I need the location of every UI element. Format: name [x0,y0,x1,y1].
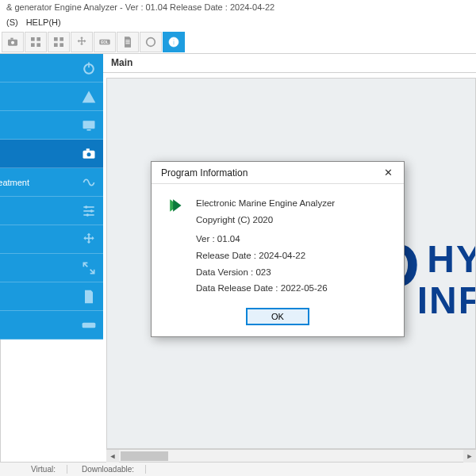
sidebar-item-1[interactable] [0,83,103,111]
dialog-title: Program Information [161,167,248,178]
toolbar-grid2-button[interactable] [48,32,70,52]
svg-rect-26 [86,148,90,151]
sidebar-item-8[interactable]: g [0,282,103,311]
toolbar-eol-button[interactable]: EOL [94,32,116,52]
svg-rect-9 [54,43,58,47]
svg-point-30 [85,205,87,208]
brand-line2: INF [417,278,476,322]
sidebar-item-9[interactable] [0,311,103,340]
echo-icon [81,175,97,190]
expand-icon [81,260,97,276]
svg-rect-5 [31,43,35,47]
svg-rect-14 [125,41,129,42]
sidebar-item-4[interactable]: &Aftertreatment [0,168,103,197]
status-downloadable: Downloadable: [82,465,146,474]
sliders-icon [81,203,97,219]
svg-rect-7 [54,37,58,41]
status-bar: Virtual: Downloadable: [0,462,476,476]
toolbar-circle-button[interactable] [140,32,162,52]
toolbar-grid1-button[interactable] [25,32,47,52]
scroll-thumb[interactable] [121,451,168,461]
dialog-data-release-date: Data Release Date : 2022-05-26 [196,280,390,297]
close-icon[interactable]: ✕ [378,165,397,181]
status-virtual: Virtual: [31,465,67,474]
sidebar-item-6[interactable]: est [0,225,103,254]
svg-rect-10 [60,43,63,47]
svg-rect-22 [83,121,95,129]
svg-text:EOL: EOL [101,40,109,44]
toolbar-camera-button[interactable] [2,32,24,52]
horizontal-scrollbar[interactable]: ◄ ► [106,449,476,462]
ok-button[interactable]: OK [246,308,309,325]
toolbar-doc-button[interactable] [117,32,139,52]
scroll-right-arrow[interactable]: ► [463,450,476,463]
sidebar-label: &Aftertreatment [0,178,29,187]
svg-rect-3 [31,37,35,41]
sidebar: g er &Aftertreatment est ent g [0,54,103,462]
dialog-copyright: Copyright (C) 2020 [196,212,335,228]
sidebar-item-0[interactable] [0,54,103,83]
monitor-icon [81,117,97,133]
svg-point-25 [87,152,91,156]
scroll-left-arrow[interactable]: ◄ [106,450,119,463]
warning-icon [81,89,97,105]
svg-point-32 [86,213,89,216]
svg-rect-4 [36,37,40,41]
doc-icon [81,289,97,305]
dialog-version: Ver : 01.04 [196,231,390,248]
window-title: & generator Engine Analyzer - Ver : 01.0… [6,2,274,12]
svg-point-16 [147,37,155,46]
program-info-dialog: Program Information ✕ Electronic Marine … [151,161,405,337]
toolbar-info-button[interactable] [163,32,185,52]
move-icon [81,232,97,248]
menu-bar: (S) HELP(H) [0,16,476,30]
dialog-data-version: Data Version : 023 [196,264,390,281]
menu-help[interactable]: HELP(H) [26,17,61,29]
svg-point-31 [90,209,93,212]
dialog-app-name: Electronic Marine Engine Analyzer [196,195,335,212]
toolbar-move-button[interactable] [71,32,93,52]
svg-point-1 [11,40,14,44]
sidebar-item-7[interactable]: ent [0,254,103,282]
power-icon [81,60,97,76]
svg-rect-8 [60,37,63,41]
dialog-titlebar[interactable]: Program Information ✕ [152,162,404,184]
sidebar-item-5[interactable] [0,197,103,225]
svg-rect-21 [88,62,90,67]
toolbar: EOL [0,30,476,54]
menu-s[interactable]: (S) [6,17,18,29]
dialog-release-date: Release Date : 2024-04-22 [196,248,390,264]
eol-icon [81,317,97,333]
sidebar-item-2[interactable]: g [0,111,103,140]
svg-rect-23 [87,129,91,131]
svg-rect-15 [125,43,129,44]
window-titlebar: & generator Engine Analyzer - Ver : 01.0… [0,0,476,16]
svg-rect-2 [10,37,13,39]
dialog-footer: OK [152,303,404,336]
content-header: Main [103,54,476,73]
svg-rect-6 [36,43,40,47]
brand-line1: HY [427,237,476,281]
dialog-logo-icon [166,195,186,216]
svg-rect-13 [125,40,129,40]
camera-icon [81,146,97,162]
sidebar-item-3[interactable]: er [0,140,103,168]
svg-rect-33 [83,322,96,328]
dialog-body: Electronic Marine Engine Analyzer Copyri… [152,184,404,303]
svg-rect-18 [173,40,174,44]
svg-rect-19 [173,39,174,40]
sidebar-filler [0,340,103,462]
